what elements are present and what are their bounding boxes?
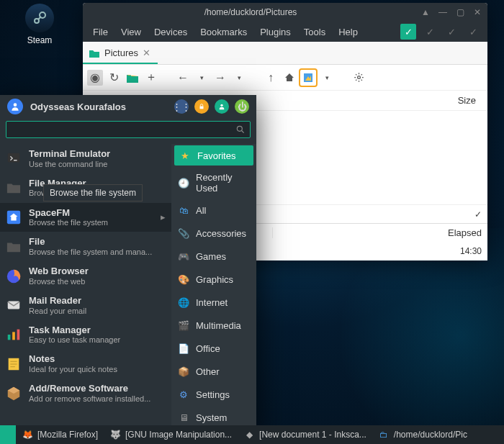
taskbar: 🦊 [Mozilla Firefox] 🐺 [GNU Image Manipul… [0, 425, 504, 444]
back-icon[interactable]: ← [175, 70, 191, 86]
clock-icon: 🕘 [177, 176, 190, 189]
titlebar[interactable]: /home/ducklord/Pictures ▲ — ▢ ✕ [83, 3, 487, 22]
favorites-item[interactable]: Task ManagerEasy to use task manager [0, 320, 171, 350]
svg-line-9 [242, 131, 244, 133]
task-icon [6, 327, 22, 343]
firefox-icon [6, 268, 22, 284]
taskbar-item-gimp[interactable]: 🐺 [GNU Image Manipulation... [104, 425, 238, 444]
item-title: SpaceFM [29, 207, 108, 219]
category-label: Other [196, 366, 220, 377]
favorites-item[interactable]: NotesIdeal for your quick notes [0, 349, 171, 379]
menu-view[interactable]: View [115, 24, 147, 40]
logout-icon[interactable]: ⏻ [235, 99, 249, 114]
all-settings-icon[interactable]: ⋮⋮ [174, 99, 189, 114]
refresh-icon[interactable]: ↻ [106, 70, 122, 86]
svg-line-2 [38, 17, 41, 19]
category-label: Recently Used [196, 172, 251, 194]
category-item[interactable]: 📎Accessories [171, 222, 256, 245]
task-header-elapsed[interactable]: Elapsed [273, 227, 487, 238]
package-icon [6, 386, 22, 402]
menu-file[interactable]: File [87, 24, 114, 40]
minimize-icon[interactable]: — [437, 6, 449, 18]
category-item[interactable]: ⚙Settings [171, 383, 256, 406]
lock-icon[interactable] [194, 99, 209, 114]
menu-header: Odysseas Kourafalos ⋮⋮ ⏻ [0, 95, 256, 118]
internet-icon: 🌐 [177, 296, 190, 309]
favorites-item[interactable]: SpaceFMBrowse the file system▸ [0, 203, 171, 232]
all-icon: 🛍 [177, 204, 190, 217]
category-item[interactable]: 🌐Internet [171, 291, 256, 314]
multimedia-icon: 🎬 [177, 319, 190, 332]
search-input[interactable] [11, 124, 235, 135]
category-item[interactable]: 🛍All [171, 199, 256, 222]
default-app-icon[interactable] [300, 70, 316, 86]
new-tab-icon[interactable]: ＋ [143, 70, 159, 86]
category-label: Office [196, 343, 220, 354]
user-avatar-icon[interactable] [7, 99, 23, 114]
pane1-checkbox[interactable]: ✓ [400, 24, 416, 40]
menu-plugins[interactable]: Plugins [254, 24, 297, 40]
taskbar-item-inkscape[interactable]: ◆ [New document 1 - Inksca... [238, 425, 372, 444]
taskbar-label: /home/ducklord/Pic [394, 430, 467, 440]
check-icon[interactable]: ✓ [474, 209, 482, 219]
folder-icon [6, 180, 22, 196]
back-dropdown-icon[interactable]: ▾ [194, 70, 210, 86]
menu-devices[interactable]: Devices [148, 24, 193, 40]
item-desc: Use the command line [29, 160, 110, 169]
tab-pictures[interactable]: Pictures ✕ [83, 43, 158, 64]
category-item[interactable]: 📄Office [171, 337, 256, 360]
item-title: Notes [29, 353, 117, 365]
star-icon: ★ [179, 149, 192, 162]
favorites-item[interactable]: Web BrowserBrowse the web [0, 261, 171, 291]
column-size[interactable]: Size [452, 95, 482, 106]
up-icon[interactable]: ↑ [263, 70, 279, 86]
category-item[interactable]: ★Favorites [174, 145, 253, 166]
menu-tools[interactable]: Tools [298, 24, 331, 40]
launcher-button[interactable] [0, 425, 16, 444]
item-desc: Browse the file system and mana... [29, 248, 152, 257]
category-item[interactable]: 📦Other [171, 360, 256, 383]
home-icon[interactable] [282, 70, 297, 86]
pane3-checkbox[interactable]: ✓ [444, 24, 459, 40]
notes-icon [6, 356, 22, 372]
settings-gear-icon[interactable] [351, 70, 366, 86]
forward-dropdown-icon[interactable]: ▾ [231, 70, 247, 86]
pane4-checkbox[interactable]: ✓ [465, 24, 481, 40]
tooltip: Browse the file system [43, 184, 143, 201]
svg-point-5 [14, 103, 17, 107]
taskbar-label: [New document 1 - Inksca... [259, 430, 366, 440]
folder-icon: 🗀 [378, 429, 390, 440]
forward-icon[interactable]: → [212, 70, 228, 86]
toolbar-dropdown-icon[interactable]: ▾ [319, 70, 335, 86]
pane2-checkbox[interactable]: ✓ [422, 24, 438, 40]
category-item[interactable]: 🎨Graphics [171, 268, 256, 291]
svg-rect-15 [12, 332, 15, 340]
category-item[interactable]: 🎮Games [171, 245, 256, 268]
favorites-item[interactable]: Terminal EmulatorUse the command line [0, 144, 171, 173]
category-item[interactable]: 🎬Multimedia [171, 314, 256, 337]
desktop-icon-label: Steam [27, 35, 53, 45]
taskbar-item-filemanager[interactable]: 🗀 /home/ducklord/Pic [372, 425, 473, 444]
favorites-item[interactable]: FileBrowse the file system and mana... [0, 232, 171, 261]
close-icon[interactable]: ✕ [472, 6, 483, 18]
gimp-icon: 🐺 [109, 429, 121, 440]
home-icon [6, 209, 22, 225]
desktop-icon-steam[interactable]: Steam [18, 4, 61, 45]
svg-point-4 [357, 76, 360, 79]
item-desc: Ideal for your quick notes [29, 365, 117, 374]
folder-open-icon[interactable] [125, 70, 140, 86]
taskbar-item-firefox[interactable]: 🦊 [Mozilla Firefox] [16, 425, 104, 444]
menu-help[interactable]: Help [333, 24, 364, 40]
favorites-item[interactable]: Mail ReaderRead your email [0, 291, 171, 320]
category-label: Internet [196, 297, 228, 308]
switch-user-icon[interactable] [215, 99, 229, 114]
category-item[interactable]: 🕘Recently Used [171, 167, 256, 199]
menu-bookmarks[interactable]: Bookmarks [194, 24, 253, 40]
search-field[interactable] [6, 121, 251, 138]
accessories-icon: 📎 [177, 227, 190, 240]
tab-close-icon[interactable]: ✕ [143, 47, 150, 58]
pin-icon[interactable]: ▲ [420, 6, 431, 18]
maximize-icon[interactable]: ▢ [454, 6, 466, 18]
drive-icon[interactable]: ◉ [87, 70, 103, 86]
favorites-item[interactable]: Add/Remove SoftwareAdd or remove softwar… [0, 379, 171, 408]
